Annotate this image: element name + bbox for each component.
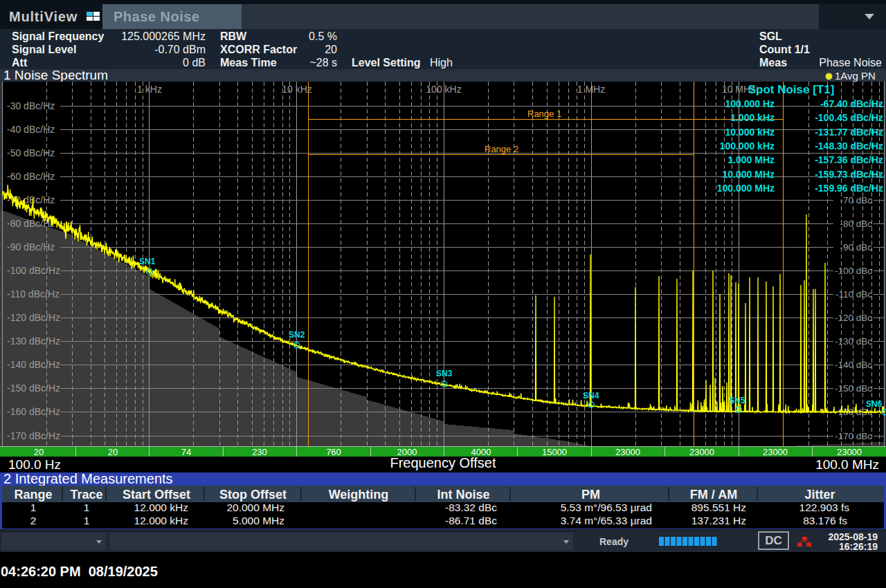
svg-text:-100 dBc: -100 dBc (835, 266, 872, 276)
svg-text:-120 dBc/Hz: -120 dBc/Hz (7, 312, 60, 323)
svg-text:-159.96 dBc/Hz: -159.96 dBc/Hz (815, 183, 883, 194)
svg-text:-160 dBc/Hz: -160 dBc/Hz (7, 406, 60, 417)
svg-text:SN6: SN6 (866, 399, 883, 409)
svg-text:-67.40 dBc/Hz: -67.40 dBc/Hz (820, 98, 883, 109)
svg-text:-120 dBc: -120 dBc (835, 313, 872, 323)
svg-text:-100 dBc/Hz: -100 dBc/Hz (7, 265, 60, 276)
svg-text:-157.36 dBc/Hz: -157.36 dBc/Hz (815, 154, 883, 165)
svg-text:10.000 kHz: 10.000 kHz (725, 127, 775, 138)
svg-text:1 MHz: 1 MHz (577, 84, 605, 95)
svg-text:SN3: SN3 (436, 369, 453, 378)
svg-text:1.000 kHz: 1.000 kHz (730, 112, 775, 123)
svg-text:-170 dBc: -170 dBc (835, 431, 872, 441)
svg-text:-40 dBc/Hz: -40 dBc/Hz (7, 124, 55, 135)
svg-text:-60 dBc/Hz: -60 dBc/Hz (7, 171, 55, 182)
svg-text:1.000 MHz: 1.000 MHz (727, 154, 775, 165)
svg-text:100.000 Hz: 100.000 Hz (725, 98, 775, 109)
svg-text:10 kHz: 10 kHz (282, 84, 312, 95)
svg-text:-150 dBc: -150 dBc (835, 383, 872, 394)
svg-text:100.000 kHz: 100.000 kHz (720, 140, 775, 151)
svg-text:-130 dBc/Hz: -130 dBc/Hz (7, 336, 60, 347)
svg-text:1 kHz: 1 kHz (137, 84, 162, 95)
svg-text:SN4: SN4 (583, 391, 599, 401)
svg-text:-70 dBc: -70 dBc (840, 195, 872, 205)
svg-text:-148.30 dBc/Hz: -148.30 dBc/Hz (815, 140, 883, 151)
svg-text:-150 dBc/Hz: -150 dBc/Hz (7, 383, 60, 394)
svg-text:-30 dBc/Hz: -30 dBc/Hz (7, 100, 55, 111)
svg-text:-110 dBc: -110 dBc (835, 289, 872, 300)
svg-text:SN5: SN5 (729, 396, 745, 405)
svg-text:-140 dBc: -140 dBc (835, 360, 872, 370)
svg-text:100.000 MHz: 100.000 MHz (717, 183, 775, 194)
svg-text:Spot Noise [T1]: Spot Noise [T1] (748, 83, 835, 96)
svg-text:-131.77 dBc/Hz: -131.77 dBc/Hz (815, 127, 883, 138)
svg-text:-50 dBc/Hz: -50 dBc/Hz (7, 147, 55, 158)
svg-text:SN2: SN2 (289, 330, 305, 340)
svg-text:100 kHz: 100 kHz (426, 84, 461, 95)
svg-text:-170 dBc/Hz: -170 dBc/Hz (7, 430, 60, 441)
svg-text:-90 dBc/Hz: -90 dBc/Hz (7, 241, 55, 252)
svg-text:-100.45 dBc/Hz: -100.45 dBc/Hz (815, 112, 883, 123)
svg-text:-159.73 dBc/Hz: -159.73 dBc/Hz (815, 169, 883, 180)
svg-text:-80 dBc: -80 dBc (840, 219, 872, 229)
svg-text:Range 1: Range 1 (527, 109, 561, 119)
svg-text:-130 dBc: -130 dBc (835, 336, 872, 347)
svg-text:-90 dBc: -90 dBc (840, 242, 872, 252)
svg-text:10.000 MHz: 10.000 MHz (723, 169, 775, 180)
svg-text:-110 dBc/Hz: -110 dBc/Hz (7, 288, 60, 300)
svg-text:Range 2: Range 2 (485, 144, 518, 154)
svg-text:SN1: SN1 (139, 257, 156, 266)
svg-text:-140 dBc/Hz: -140 dBc/Hz (7, 359, 60, 370)
